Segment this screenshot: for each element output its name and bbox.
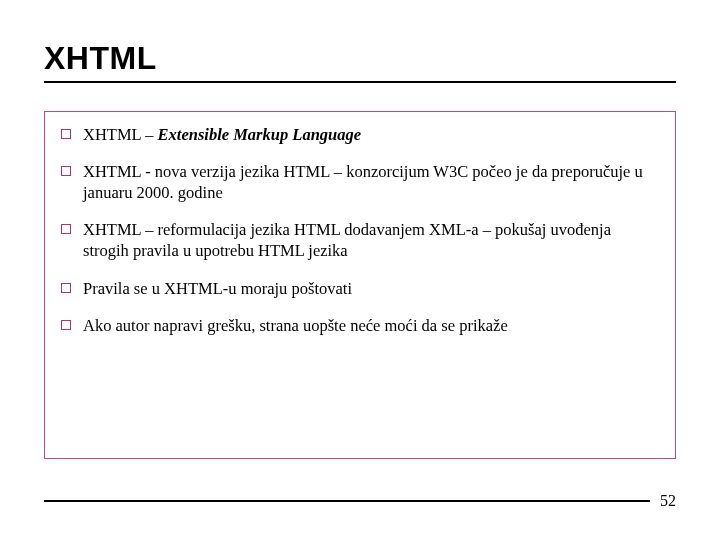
bullet-icon [61, 166, 71, 176]
footer-rule [44, 500, 650, 502]
bullet-text: Pravila se u XHTML-u moraju poštovati [83, 278, 659, 299]
bullet-prefix: XHTML – [83, 125, 158, 144]
bullet-prefix: Ako autor napravi grešku, strana uopšte … [83, 316, 508, 335]
bullet-text: XHTML – reformulacija jezika HTML dodava… [83, 219, 659, 261]
slide-title: XHTML [44, 40, 676, 77]
bullet-prefix: XHTML – reformulacija jezika HTML dodava… [83, 220, 611, 260]
slide: XHTML XHTML – Extensible Markup Language… [0, 0, 720, 540]
footer: 52 [44, 492, 676, 510]
bullet-text: Ako autor napravi grešku, strana uopšte … [83, 315, 659, 336]
bullet-text: XHTML – Extensible Markup Language [83, 124, 659, 145]
page-number: 52 [650, 492, 676, 510]
list-item: XHTML – reformulacija jezika HTML dodava… [61, 219, 659, 261]
list-item: Ako autor napravi grešku, strana uopšte … [61, 315, 659, 336]
bullet-text: XHTML - nova verzija jezika HTML – konzo… [83, 161, 659, 203]
list-item: Pravila se u XHTML-u moraju poštovati [61, 278, 659, 299]
bullet-icon [61, 129, 71, 139]
bullet-icon [61, 320, 71, 330]
title-underline [44, 81, 676, 83]
bullet-emph: Extensible Markup Language [158, 125, 362, 144]
list-item: XHTML – Extensible Markup Language [61, 124, 659, 145]
bullet-icon [61, 224, 71, 234]
bullet-prefix: Pravila se u XHTML-u moraju poštovati [83, 279, 352, 298]
bullet-prefix: XHTML - nova verzija jezika HTML – konzo… [83, 162, 643, 202]
content-box: XHTML – Extensible Markup Language XHTML… [44, 111, 676, 459]
list-item: XHTML - nova verzija jezika HTML – konzo… [61, 161, 659, 203]
bullet-icon [61, 283, 71, 293]
